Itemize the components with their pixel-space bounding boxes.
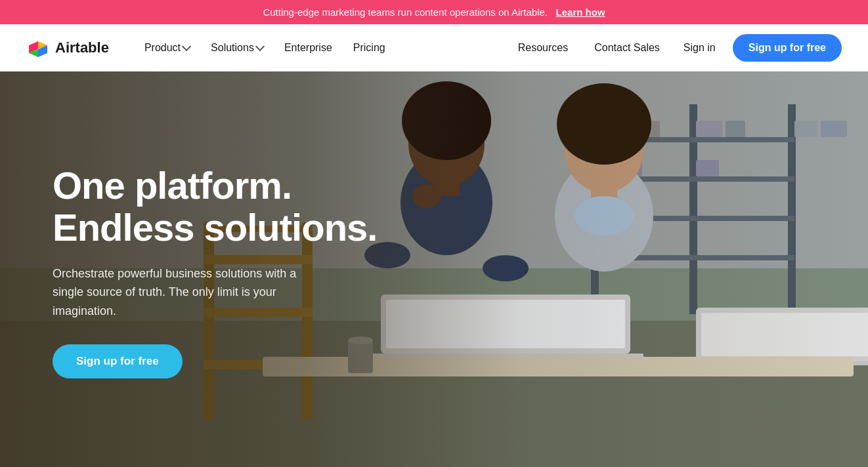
nav-resources-label: Resources — [518, 42, 568, 54]
logo[interactable]: Airtable — [26, 36, 109, 60]
announcement-bar: Cutting-edge marketing teams run content… — [0, 0, 868, 24]
hero-content: One platform. Endless solutions. Orchest… — [53, 165, 377, 378]
nav-item-contact-sales[interactable]: Contact Sales — [588, 37, 666, 59]
nav-signin-label: Sign in — [684, 42, 716, 54]
nav-right: Resources Contact Sales Sign in Sign up … — [511, 34, 842, 62]
hero-title-line2: Endless solutions. — [53, 206, 377, 249]
hero-title: One platform. Endless solutions. — [53, 165, 377, 249]
hero-signup-button[interactable]: Sign up for free — [53, 344, 183, 378]
logo-icon — [26, 36, 50, 60]
main-nav: Airtable Product Solutions Enterprise Pr… — [0, 24, 868, 71]
nav-item-enterprise[interactable]: Enterprise — [275, 37, 341, 59]
nav-pricing-label: Pricing — [353, 42, 385, 54]
nav-item-solutions[interactable]: Solutions — [202, 37, 272, 59]
nav-item-resources[interactable]: Resources — [511, 37, 577, 59]
nav-signup-button[interactable]: Sign up for free — [733, 34, 842, 62]
hero-subtitle: Orchestrate powerful business solutions … — [53, 264, 328, 321]
announcement-text: Cutting-edge marketing teams run content… — [263, 7, 548, 18]
nav-contact-label: Contact Sales — [594, 42, 660, 54]
chevron-down-icon — [182, 42, 191, 51]
chevron-down-icon — [255, 42, 265, 51]
nav-product-label: Product — [144, 42, 181, 54]
hero-title-line1: One platform. — [53, 164, 292, 207]
nav-item-pricing[interactable]: Pricing — [344, 37, 395, 59]
nav-left: Product Solutions Enterprise Pricing — [135, 37, 511, 59]
logo-text: Airtable — [55, 39, 109, 56]
hero-section: One platform. Endless solutions. Orchest… — [0, 71, 868, 467]
announcement-link[interactable]: Learn how — [556, 7, 605, 18]
nav-item-product[interactable]: Product — [135, 37, 199, 59]
nav-item-sign-in[interactable]: Sign in — [677, 37, 722, 59]
nav-enterprise-label: Enterprise — [284, 42, 332, 54]
nav-solutions-label: Solutions — [211, 42, 254, 54]
